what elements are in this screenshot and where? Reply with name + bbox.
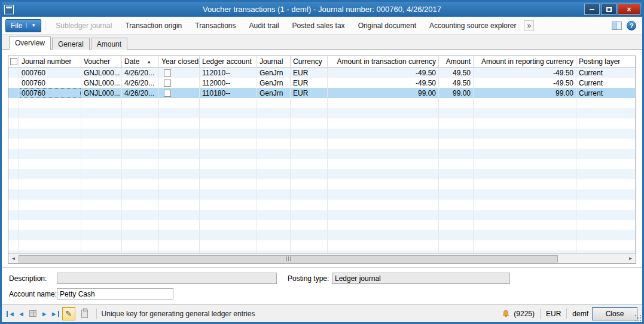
grid-cell[interactable]: GenJrn (257, 78, 291, 88)
maximize-button[interactable] (601, 4, 616, 15)
grid-cell[interactable]: 49.50 (439, 68, 474, 78)
grid-cell[interactable]: EUR (291, 68, 328, 78)
grid-cell (474, 98, 576, 108)
grid-cell[interactable]: -49.50 (474, 68, 576, 78)
edit-record-button[interactable]: ✎ (62, 307, 75, 320)
grid-cell[interactable]: 4/26/20... (122, 68, 159, 78)
row-selector[interactable] (8, 68, 19, 78)
table-row[interactable]: 000760GNJL000...4/26/20...112010--GenJrn… (8, 68, 636, 78)
close-window-button[interactable]: × (618, 4, 640, 15)
menu-overflow-button[interactable]: » (524, 20, 534, 31)
sort-asc-icon: ▲ (146, 59, 151, 65)
grid-cell (439, 200, 474, 210)
grid-cell (200, 129, 257, 139)
year-closed-checkbox[interactable] (164, 69, 171, 77)
grid-cell[interactable]: 000760 (19, 88, 81, 98)
grid-cell[interactable] (159, 68, 200, 78)
scrollbar-thumb[interactable] (19, 255, 558, 262)
grid-cell[interactable]: -49.50 (328, 68, 439, 78)
grid-cell[interactable] (159, 78, 200, 88)
grid-cell[interactable]: 000760 (19, 68, 81, 78)
next-record-button[interactable]: ► (41, 310, 48, 317)
grid-cell[interactable]: 110180-- (200, 88, 257, 98)
table-row[interactable]: 000760GNJL000...4/26/20...112000--GenJrn… (8, 78, 636, 88)
menu-item-transaction-origin[interactable]: Transaction origin (118, 22, 188, 30)
menu-item-transactions[interactable]: Transactions (188, 22, 242, 30)
last-record-button[interactable]: ► (51, 310, 59, 317)
grid-cell[interactable] (159, 88, 200, 98)
grid-cell (474, 189, 576, 200)
column-header-amount[interactable]: Amount (439, 56, 474, 67)
select-all-checkbox[interactable] (8, 56, 19, 67)
column-header-amount-in-transaction-currency[interactable]: Amount in transaction currency (328, 56, 439, 67)
file-menu-button[interactable]: File ▼ (5, 19, 41, 32)
tab-amount[interactable]: Amount (91, 38, 127, 50)
scroll-right-icon[interactable]: ► (625, 256, 636, 261)
grid-cell[interactable]: -49.50 (328, 78, 439, 88)
column-header-amount-in-reporting-currency[interactable]: Amount in reporting currency (474, 56, 576, 67)
grid-cell[interactable]: EUR (291, 88, 328, 98)
first-record-button[interactable]: ◄ (7, 310, 15, 317)
column-header-posting-layer[interactable]: Posting layer (576, 56, 636, 67)
tab-overview[interactable]: Overview (9, 36, 51, 50)
grid-cell (291, 189, 328, 200)
tab-general[interactable]: General (52, 38, 90, 50)
currency-indicator[interactable]: EUR (546, 310, 561, 318)
app-icon (4, 5, 14, 14)
grid-cell[interactable]: 000760 (19, 78, 81, 88)
year-closed-checkbox[interactable] (164, 90, 171, 97)
year-closed-checkbox[interactable] (164, 80, 171, 87)
grid-cell[interactable]: 99.00 (474, 88, 576, 98)
grid-cell[interactable]: 4/26/20... (122, 88, 159, 98)
grid-cell[interactable]: Current (576, 78, 636, 88)
row-selector[interactable] (8, 78, 19, 88)
notification-count[interactable]: (9225) (514, 310, 535, 318)
description-field[interactable] (57, 273, 277, 284)
menu-item-original-document[interactable]: Original document (352, 22, 423, 30)
grid-cell[interactable]: EUR (291, 78, 328, 88)
column-header-currency[interactable]: Currency (291, 56, 328, 67)
menu-item-audit-trail[interactable]: Audit trail (243, 22, 286, 30)
minimize-button[interactable] (584, 4, 600, 15)
company-indicator[interactable]: demf (572, 310, 588, 318)
column-header-voucher[interactable]: Voucher (81, 56, 122, 67)
grid-cell (200, 169, 257, 179)
grid-cell[interactable]: 99.00 (328, 88, 439, 98)
grid-cell[interactable]: GNJL000... (81, 88, 122, 98)
column-header-ledger-account[interactable]: Ledger account (200, 56, 257, 67)
grid-cell[interactable]: 112000-- (200, 78, 257, 88)
resize-grip[interactable] (635, 315, 641, 321)
column-header-journal[interactable]: Journal (257, 56, 291, 67)
column-header-year-closed[interactable]: Year closed (159, 56, 200, 67)
grid-cell[interactable]: GenJrn (257, 88, 291, 98)
grid-cell[interactable]: Current (576, 88, 636, 98)
grid-cell[interactable]: GNJL000... (81, 78, 122, 88)
grid-cell[interactable]: GenJrn (257, 68, 291, 78)
column-header-date[interactable]: Date▲ (122, 56, 159, 67)
grid-cell[interactable]: 49.50 (439, 78, 474, 88)
overview-panel: Journal numberVoucherDate▲Year closedLed… (2, 49, 642, 304)
layout-panel-icon[interactable] (612, 22, 622, 30)
row-selector[interactable] (8, 88, 19, 98)
grid-cell[interactable]: -49.50 (474, 78, 576, 88)
column-header-journal-number[interactable]: Journal number (19, 56, 81, 67)
attach-document-button[interactable] (78, 307, 91, 320)
menu-item-posted-sales-tax[interactable]: Posted sales tax (286, 22, 352, 30)
grid-cell (576, 230, 636, 240)
grid-cell (19, 210, 81, 220)
posting-type-field[interactable] (332, 273, 510, 284)
grid-cell[interactable]: GNJL000... (81, 68, 122, 78)
table-row[interactable]: 000760GNJL000...4/26/20...110180--GenJrn… (8, 88, 636, 98)
account-name-field[interactable] (57, 288, 173, 299)
help-icon[interactable]: ? (627, 21, 636, 30)
horizontal-scrollbar[interactable]: ◄ ► (8, 253, 636, 263)
grid-cell[interactable]: 4/26/20... (122, 78, 159, 88)
grid-cell[interactable]: 99.00 (439, 88, 474, 98)
grid-cell[interactable]: Current (576, 68, 636, 78)
notifications-bell-icon[interactable] (502, 310, 510, 318)
grid-cell[interactable]: 112010-- (200, 68, 257, 78)
scroll-left-icon[interactable]: ◄ (8, 256, 19, 261)
close-button[interactable]: Close (592, 307, 637, 320)
menu-item-accounting-source-explorer[interactable]: Accounting source explorer (423, 22, 523, 30)
previous-record-button[interactable]: ◄ (18, 310, 25, 317)
